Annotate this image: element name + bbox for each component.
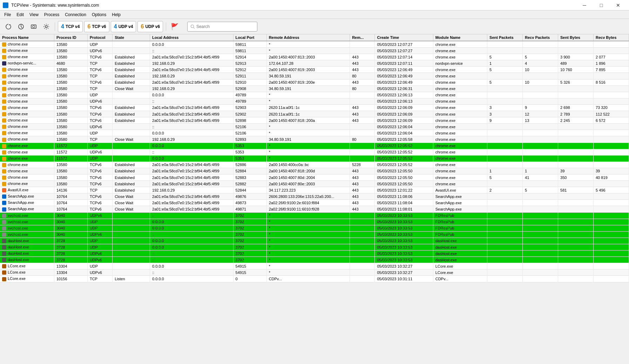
cell-create-time: 05/03/2023 11:08:01 xyxy=(375,206,433,212)
cell-sent-packets xyxy=(487,48,523,54)
cell-local-addr: 0.0.0.0 xyxy=(150,244,234,250)
table-row[interactable]: AvastUI.exe 14136 TCP Established 192.16… xyxy=(0,187,629,193)
table-row[interactable]: chrome.exe 11572 UDP 0.0.0.0 5353 * 05/0… xyxy=(0,143,629,149)
cell-recv-packets xyxy=(523,162,558,168)
cell-process: chrome.exe xyxy=(0,111,54,117)
col-header-remote-addr[interactable]: Remote Address xyxy=(266,34,350,41)
cell-remote-addr: 2a02:26f0:9100:2e:6010:f884 xyxy=(266,200,350,206)
cell-create-time: 05/03/2023 12:06:09 xyxy=(375,111,433,117)
table-row[interactable]: chrome.exe 11572 UDP 0.0.0.0 5353 * 05/0… xyxy=(0,155,629,162)
cell-local-port: 0 xyxy=(233,276,266,282)
menu-process[interactable]: Process xyxy=(41,11,62,19)
table-row[interactable]: chrome.exe 13580 TCPv6 Established 2a01:… xyxy=(0,181,629,187)
search-input[interactable] xyxy=(196,24,254,29)
menu-view[interactable]: View xyxy=(27,11,41,19)
cell-state xyxy=(113,219,150,225)
table-row[interactable]: SearchApp.exe 10764 TCPv6 Close Wait 2a0… xyxy=(0,193,629,200)
cell-remote-port: 443 xyxy=(350,111,375,117)
table-row[interactable]: SearchApp.exe 10764 TCPv6 Close Wait 2a0… xyxy=(0,200,629,206)
table-row[interactable]: svchost.exe 3040 UDP 0.0.0.0 3702 * 05/0… xyxy=(0,219,629,225)
table-row[interactable]: chrome.exe 13580 TCP Established 192.168… xyxy=(0,73,629,79)
minimize-button[interactable]: ─ xyxy=(576,0,593,11)
table-row[interactable]: nordvpn-servic... 4680 TCP Established 1… xyxy=(0,60,629,67)
menu-edit[interactable]: Edit xyxy=(14,11,27,19)
table-row[interactable]: chrome.exe 13580 UDP 0.0.0.0 59811 * 05/… xyxy=(0,41,629,48)
col-header-protocol[interactable]: Protocol xyxy=(87,34,112,41)
col-header-create-time[interactable]: Create Time xyxy=(375,34,433,41)
table-row[interactable]: chrome.exe 13580 TCPv6 Established 2a01:… xyxy=(0,111,629,117)
table-row[interactable]: chrome.exe 13580 TCPv6 Established 2a01:… xyxy=(0,54,629,60)
cell-sent-packets: 2 xyxy=(487,187,523,193)
table-row[interactable]: chrome.exe 13580 TCPv6 Established 2a01:… xyxy=(0,168,629,174)
table-row[interactable]: chrome.exe 13580 UDP 0.0.0.0 49789 * 05/… xyxy=(0,92,629,98)
col-header-remote-port[interactable]: Rem... xyxy=(350,34,375,41)
tcp-v6-button[interactable]: 6 TCP v6 xyxy=(84,21,109,32)
table-row[interactable]: chrome.exe 13580 UDPv6 :: 49789 * 05/03/… xyxy=(0,98,629,104)
cell-pid: 10764 xyxy=(54,193,87,200)
tcp-v4-button[interactable]: 4 TCP v4 xyxy=(58,21,83,32)
options-button[interactable] xyxy=(41,21,52,32)
table-row[interactable]: chrome.exe 13580 TCP Close Wait 192.168.… xyxy=(0,85,629,92)
refresh-button[interactable] xyxy=(3,21,14,32)
table-row[interactable]: svchost.exe 3040 UDPv6 :: 3702 * 05/03/2… xyxy=(0,212,629,219)
udp-v4-button[interactable]: 4 UDP v4 xyxy=(111,21,136,32)
table-row[interactable]: dasHost.exe 3728 UDPv6 :: 3702 * 05/03/2… xyxy=(0,250,629,257)
cell-protocol: UDPv6 xyxy=(87,250,112,257)
auto-refresh-button[interactable] xyxy=(15,21,27,32)
table-row[interactable]: SearchApp.exe 10764 TCPv6 Close Wait 2a0… xyxy=(0,206,629,212)
close-button[interactable]: ✕ xyxy=(610,0,626,11)
table-row[interactable]: chrome.exe 13580 TCPv6 Established 2a01:… xyxy=(0,174,629,180)
col-header-sent-bytes[interactable]: Sent Bytes xyxy=(558,34,594,41)
table-row[interactable]: chrome.exe 13580 TCPv6 Established 2a01:… xyxy=(0,79,629,85)
table-row[interactable]: chrome.exe 13580 UDPv6 :: 59811 * 05/03/… xyxy=(0,48,629,54)
maximize-button[interactable]: □ xyxy=(593,0,609,11)
udp-v6-button[interactable]: 6 UDP v6 xyxy=(137,21,163,32)
menu-options[interactable]: Options xyxy=(89,11,109,19)
cell-recv-bytes xyxy=(593,244,629,250)
col-header-state[interactable]: State xyxy=(113,34,150,41)
table-row[interactable]: chrome.exe 13580 TCPv6 Established 2a01:… xyxy=(0,104,629,111)
col-header-local-addr[interactable]: Local Address xyxy=(150,34,234,41)
cell-pid: 3040 xyxy=(54,231,87,238)
table-row[interactable]: chrome.exe 13580 TCPv6 Established 2a01:… xyxy=(0,67,629,73)
cell-remote-port xyxy=(350,269,375,276)
table-row[interactable]: dasHost.exe 3728 UDP 0.0.0.0 3702 * 05/0… xyxy=(0,244,629,250)
col-header-pid[interactable]: Process ID xyxy=(54,34,87,41)
col-header-process[interactable]: Process Name xyxy=(0,34,54,41)
cell-sent-bytes xyxy=(558,276,594,282)
cell-sent-packets xyxy=(487,206,523,212)
cell-local-addr: 2a01:e0a:58cd7e0:15c2:bf94:4bf5:4f99 xyxy=(150,174,234,180)
table-row[interactable]: svchost.exe 3040 UDPv6 :: 3702 * 05/03/2… xyxy=(0,231,629,238)
col-header-recv-packets[interactable]: Recv Packets xyxy=(523,34,558,41)
cell-recv-bytes xyxy=(593,85,629,92)
cell-sent-packets xyxy=(487,193,523,200)
menu-connection[interactable]: Connection xyxy=(62,11,89,19)
cell-remote-port xyxy=(350,124,375,130)
table-row[interactable]: chrome.exe 13580 UDP 0.0.0.0 52106 * 05/… xyxy=(0,130,629,136)
table-row[interactable]: LCore.exe 13304 UDP 0.0.0.0 54915 * 05/0… xyxy=(0,263,629,269)
menu-help[interactable]: Help xyxy=(109,11,123,19)
table-container[interactable]: Process Name Process ID Protocol State L… xyxy=(0,34,629,364)
table-row[interactable]: chrome.exe 13580 UDPv6 :: 52106 * 05/03/… xyxy=(0,124,629,130)
cell-protocol: TCPv6 xyxy=(87,162,112,168)
col-header-module[interactable]: Module Name xyxy=(433,34,487,41)
col-header-local-port[interactable]: Local Port xyxy=(233,34,266,41)
capture-button[interactable] xyxy=(28,21,39,32)
col-header-sent-packets[interactable]: Sent Packets xyxy=(487,34,523,41)
table-row[interactable]: chrome.exe 13580 TCPv6 Established 2a01:… xyxy=(0,117,629,124)
table-row[interactable]: dasHost.exe 3728 UDPv6 :: 3702 * 05/03/2… xyxy=(0,257,629,263)
table-row[interactable]: LCore.exe 13304 UDPv6 :: 54915 * 05/03/2… xyxy=(0,269,629,276)
table-row[interactable]: dasHost.exe 3728 UDP 0.0.0.0 3702 * 05/0… xyxy=(0,238,629,244)
cell-sent-bytes xyxy=(558,162,594,168)
table-row[interactable]: LCore.exe 10156 TCP Listen 0.0.0.0 0 CDP… xyxy=(0,276,629,282)
table-row[interactable]: svchost.exe 3040 UDP 0.0.0.0 3702 * 05/0… xyxy=(0,225,629,231)
flag-button[interactable]: 🚩 xyxy=(169,21,180,32)
menu-file[interactable]: File xyxy=(1,11,14,19)
table-row[interactable]: chrome.exe 13580 TCPv6 Established 2a01:… xyxy=(0,162,629,168)
table-row[interactable]: chrome.exe 11572 UDPv6 :: 5353 * 05/03/2… xyxy=(0,149,629,155)
cell-recv-bytes xyxy=(593,130,629,136)
table-row[interactable]: chrome.exe 13580 TCP Close Wait 192.168.… xyxy=(0,136,629,143)
cell-create-time: 05/03/2023 12:05:50 xyxy=(375,168,433,174)
cell-recv-packets xyxy=(523,193,558,200)
col-header-recv-bytes[interactable]: Recv Bytes xyxy=(593,34,629,41)
